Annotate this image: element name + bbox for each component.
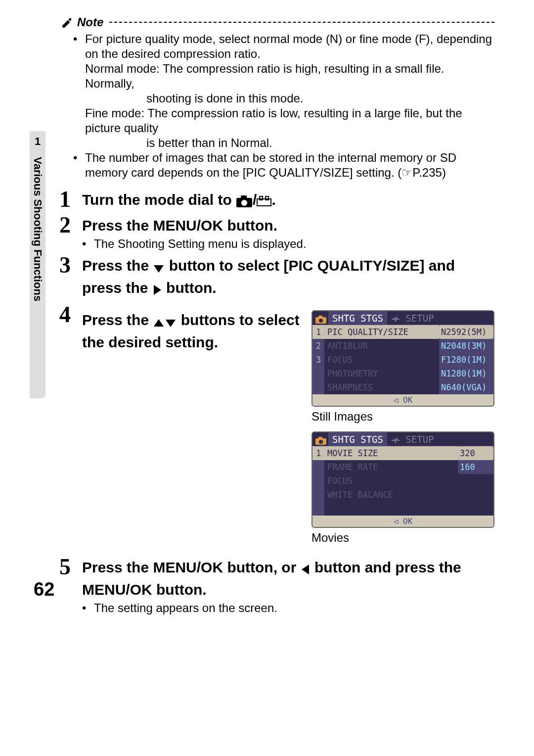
note-body: • For picture quality mode, select norma… [73, 32, 494, 180]
list-row: WHITE BALANCE [324, 488, 493, 502]
screen-movies: SHTG STGS SETUP 1 [312, 431, 494, 528]
step-4-title-a: Press the [82, 312, 153, 328]
tab-setup: SETUP [387, 311, 438, 325]
caption-movies: Movies [312, 531, 494, 545]
list-row [324, 502, 493, 516]
step-5: 5 Press the MENU/OK button, or button an… [59, 556, 494, 615]
svg-rect-1 [241, 195, 247, 199]
camera-icon [236, 195, 253, 210]
camera-icon [315, 315, 327, 324]
step-number: 4 [59, 303, 82, 553]
note-heading-row: Note [59, 15, 494, 30]
row-num [312, 367, 324, 380]
row-num [312, 380, 324, 394]
list-row: SHARPNESSN640(VGA) [324, 380, 493, 394]
bullet-dot: • [73, 32, 85, 61]
step-number: 5 [59, 556, 82, 615]
row-num: 1 [312, 446, 324, 460]
step-5-sub: The setting appears on the screen. [94, 601, 277, 614]
step-number: 1 [59, 188, 82, 211]
step-number: 3 [59, 254, 82, 300]
svg-marker-9 [166, 320, 176, 327]
triangle-left-icon [301, 561, 311, 580]
camera-icon [315, 436, 327, 445]
step-1-title-b: / [253, 191, 257, 208]
svg-marker-16 [302, 565, 309, 574]
triangle-down-icon [165, 313, 177, 332]
list-row: FOCUS [324, 474, 493, 488]
row-num [312, 474, 324, 488]
row-num [312, 488, 324, 502]
screen-footer: ◁ OK [312, 516, 493, 527]
film-icon [257, 196, 271, 210]
step-2: 2 Press the MENU/OK button. •The Shootin… [59, 214, 494, 251]
step-1: 1 Turn the mode dial to / . [59, 188, 494, 211]
svg-point-11 [319, 319, 323, 323]
triangle-down-icon [153, 259, 165, 278]
note-label: Note [77, 15, 103, 29]
svg-marker-8 [154, 319, 164, 327]
screen-footer: ◁ OK [312, 394, 493, 406]
row-num [312, 460, 324, 474]
tab-setup: SETUP [387, 432, 438, 446]
side-tab: 1 Various Shooting Functions [30, 131, 45, 398]
fine-mode-text-b: is better than in Normal. [146, 136, 494, 150]
svg-rect-12 [318, 316, 322, 318]
note-pencil-icon [59, 15, 74, 30]
row-num [312, 502, 324, 516]
list-row: ANTIBLURN2048(3M) [324, 339, 493, 353]
fine-mode-label: Fine mode: [85, 106, 144, 120]
step-4: 4 Press the buttons to select the desire… [59, 303, 494, 553]
page-number: 62 [34, 579, 54, 600]
list-row: FOCUSF1280(1M) [324, 353, 493, 367]
normal-mode-text-b: shooting is done in this mode. [146, 91, 494, 106]
step-2-sub: The Shooting Setting menu is displayed. [94, 237, 307, 250]
step-1-title-c: . [271, 191, 275, 208]
step-number: 2 [59, 214, 82, 251]
screen-still-images: SHTG STGS SETUP 1 2 3 [312, 310, 494, 407]
step-3: 3 Press the button to select [PIC QUALIT… [59, 254, 494, 300]
triangle-right-icon [152, 281, 162, 300]
step-3-title-a: Press the [82, 257, 153, 274]
svg-marker-6 [154, 265, 164, 273]
list-row: MOVIE SIZE320 [324, 446, 493, 460]
triangle-up-icon [153, 313, 165, 332]
note-bullet-2: The number of images that can be stored … [85, 150, 494, 180]
svg-rect-15 [318, 437, 322, 439]
step-3-title-c: button. [162, 280, 217, 296]
step-1-title-a: Turn the mode dial to [82, 191, 236, 208]
list-row: PIC QUALITY/SIZEN2592(5M) [324, 325, 493, 339]
note-bullet-1: For picture quality mode, select normal … [85, 32, 494, 61]
normal-mode-label: Normal mode: [85, 62, 160, 75]
row-num: 2 [312, 339, 324, 353]
step-2-title: Press the MENU/OK button. [82, 217, 277, 234]
section-title: Various Shooting Functions [31, 157, 44, 301]
tab-shtg-stgs: SHTG STGS [328, 311, 387, 325]
list-row: FRAME RATE160 [324, 460, 493, 474]
row-num: 1 [312, 325, 324, 339]
bullet-dot: • [73, 150, 85, 180]
tab-shtg-stgs: SHTG STGS [328, 432, 387, 446]
step-5-title-a: Press the MENU/OK button, or [82, 559, 301, 575]
list-row: PHOTOMETRYN1280(1M) [324, 367, 493, 380]
svg-point-14 [319, 440, 323, 444]
svg-point-2 [241, 200, 247, 206]
section-number: 1 [35, 135, 41, 148]
caption-still: Still Images [312, 410, 494, 424]
note-dashes [109, 22, 494, 23]
svg-marker-7 [154, 285, 161, 295]
row-num: 3 [312, 353, 324, 367]
